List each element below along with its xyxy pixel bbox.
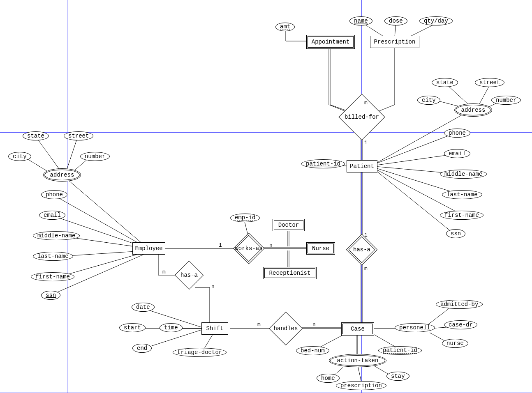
svg-line-2 [66, 136, 78, 172]
entity-shift: Shift [201, 322, 228, 335]
attr-presc-qty-day: qty/day [419, 16, 453, 25]
attr-emp-ssn: ssn [41, 291, 60, 300]
card-handles-m: m [257, 322, 261, 328]
attr-case-personell: personell [395, 323, 435, 332]
entity-nurse: Nurse [306, 242, 335, 255]
attr-emp-city: city [8, 152, 31, 161]
entity-receptionist-label: Receptionist [269, 270, 311, 276]
attr-works-as-emp-id: emp-id [230, 214, 260, 222]
attr-shift-date: date [132, 303, 155, 312]
svg-line-45 [374, 169, 454, 234]
attr-case-action-taken-label: action-taken [337, 357, 379, 364]
attr-case-admitted-by: admitted-by [436, 300, 483, 309]
attr-appt-amt: amt [275, 23, 295, 31]
attr-presc-name: name [349, 16, 372, 25]
attr-case-home: home [317, 374, 340, 383]
attr-pat-street: street [475, 78, 504, 87]
attr-pat-patient-id: patient-id [301, 159, 345, 168]
attr-emp-email: email [39, 211, 65, 220]
attr-presc-name-label: name [354, 18, 368, 24]
relationship-billed-for-label: billed-for [345, 114, 379, 120]
svg-line-1 [35, 136, 62, 172]
relationship-handles-label: handles [274, 325, 298, 332]
attr-pat-address-label: address [461, 107, 486, 113]
entity-appointment: Appointment [306, 35, 355, 49]
card-works-as-n: n [269, 242, 273, 248]
attr-shift-triage-doctor: triage-doctor [173, 348, 227, 357]
entity-case-label: Case [351, 326, 365, 332]
attr-works-as-emp-id-label: emp-id [235, 215, 255, 221]
attr-case-prescription: prescription [336, 381, 386, 390]
card-has-a-emp-n: n [211, 283, 215, 290]
svg-line-5 [53, 195, 148, 248]
attr-emp-last-name: last-name [33, 252, 73, 261]
attr-pat-state: state [432, 78, 458, 87]
attr-emp-ssn-label: ssn [46, 292, 56, 299]
attr-emp-address: address [43, 168, 81, 182]
attr-pat-last-name: last-name [442, 190, 482, 199]
entity-patient-label: Patient [350, 163, 374, 170]
attr-pat-email: email [444, 149, 470, 158]
attr-pat-ssn: ssn [446, 229, 465, 238]
attr-case-case-dr: case-dr [444, 320, 477, 329]
attr-emp-first-name: first-name [31, 272, 74, 281]
attr-emp-state: state [23, 131, 49, 140]
entity-prescription-label: Prescription [374, 39, 416, 45]
attr-pat-city: city [417, 96, 440, 105]
entity-shift-label: Shift [206, 325, 223, 332]
attr-shift-time-label: time [164, 324, 178, 331]
attr-case-patient-id-label: patient-id [383, 347, 417, 354]
attr-shift-time: time [160, 323, 183, 332]
entity-receptionist: Receptionist [263, 267, 317, 279]
attr-shift-end: end [132, 344, 152, 353]
attr-case-patient-id: patient-id [378, 346, 422, 355]
entity-appointment-label: Appointment [312, 39, 349, 45]
entity-employee: Employee [132, 242, 165, 255]
attr-emp-address-label: address [50, 172, 74, 178]
entity-employee-label: Employee [135, 245, 162, 252]
card-billed-for-m: m [364, 100, 368, 106]
card-billed-for-1: 1 [364, 140, 368, 146]
attr-emp-phone: phone [41, 190, 67, 199]
attr-pat-middle-name: middle-name [440, 170, 487, 179]
card-has-a-pat-m: m [364, 266, 368, 272]
attr-emp-street: street [64, 131, 93, 140]
card-has-a-emp-m: m [162, 269, 166, 275]
entity-doctor: Doctor [273, 219, 305, 231]
attr-pat-address: address [454, 103, 492, 117]
attr-shift-start: start [119, 323, 146, 332]
entity-case: Case [341, 322, 374, 336]
attr-pat-phone: phone [444, 129, 470, 138]
entity-prescription: Prescription [370, 36, 419, 48]
relationship-has-a-pat-label: has-a [353, 246, 370, 253]
relationship-has-a-emp-label: has-a [180, 272, 198, 278]
attr-pat-first-name: first-name [440, 211, 483, 220]
attr-case-stay: stay [386, 372, 409, 381]
entity-patient: Patient [347, 160, 377, 172]
attr-case-action-taken: action-taken [329, 354, 386, 367]
attr-emp-middle-name: middle-name [33, 231, 80, 240]
attr-case-nurse: nurse [442, 339, 468, 348]
card-has-a-pat-1: 1 [364, 232, 368, 238]
attr-case-bed-num: bed-num [296, 346, 329, 355]
attr-presc-dose: dose [384, 16, 407, 25]
card-works-as-1: 1 [219, 242, 222, 248]
card-handles-n: n [312, 322, 316, 328]
relationship-works-as-label: works-as [235, 245, 262, 252]
entity-nurse-label: Nurse [312, 245, 329, 252]
attr-pat-number: number [491, 96, 521, 105]
entity-doctor-label: Doctor [278, 222, 299, 228]
attr-emp-number: number [80, 152, 110, 161]
attr-appt-amt-label: amt [280, 24, 290, 30]
attr-pat-patient-id-label: patient-id [306, 161, 340, 167]
